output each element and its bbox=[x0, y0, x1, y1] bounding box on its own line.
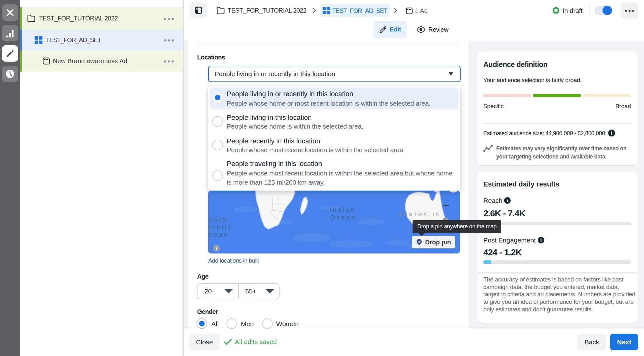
svg-text:outh: outh bbox=[209, 216, 228, 223]
svg-text:cean: cean bbox=[209, 231, 229, 238]
svg-text:i: i bbox=[216, 246, 217, 251]
svg-text:AUSTRALIA: AUSTRALIA bbox=[399, 212, 440, 217]
svg-text:Ocean: Ocean bbox=[330, 214, 357, 221]
svg-text:lantic: lantic bbox=[208, 224, 233, 231]
svg-text:Indian: Indian bbox=[330, 206, 356, 213]
